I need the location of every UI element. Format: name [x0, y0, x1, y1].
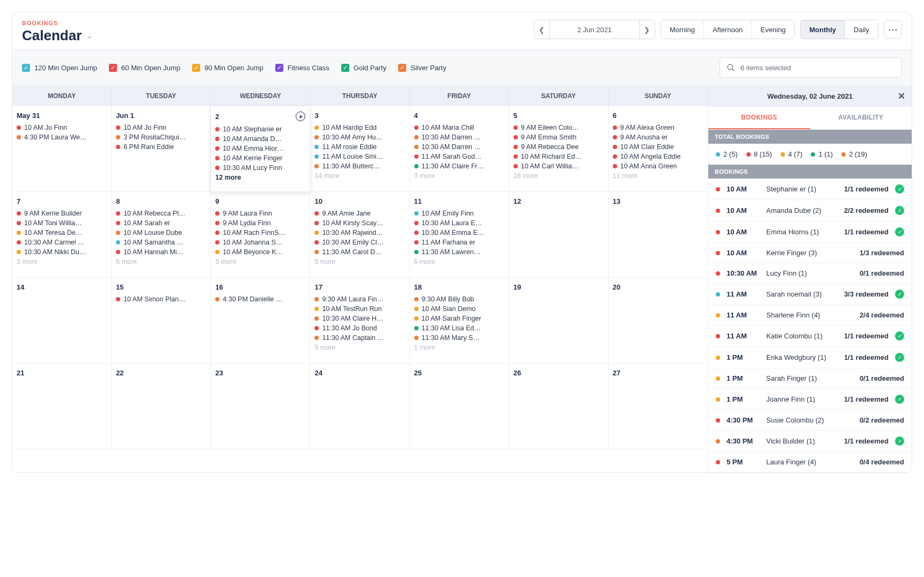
event[interactable]: 9 AM Rebecca Dee — [514, 143, 604, 151]
event[interactable]: 10 AM Kerrie Finger — [215, 154, 305, 162]
event[interactable]: 9 AM Alexa Green — [613, 124, 703, 131]
booking-row[interactable]: 1 PMJoanne Finn (1)1/1 redeemed✓ — [708, 389, 912, 410]
tab-availability[interactable]: AVAILABILITY — [810, 107, 912, 129]
event[interactable]: 10 AM Stephanie er — [215, 125, 305, 133]
booking-row[interactable]: 10 AMEmma Hiorns (1)1/1 redeemed✓ — [708, 221, 912, 243]
event[interactable]: 10 AM Richard Ed… — [514, 153, 604, 160]
event[interactable]: 10 AM Amanda D… — [215, 135, 305, 143]
event[interactable]: 11:30 AM Claire Fr… — [414, 162, 504, 170]
event[interactable]: 10 AM Emily Finn — [414, 210, 504, 217]
event[interactable]: 10 AM Sarah er — [116, 219, 206, 227]
event[interactable]: 9 AM Lydia Finn — [215, 219, 305, 227]
title-dropdown[interactable]: Calendar ⌄ — [22, 27, 92, 44]
close-icon[interactable]: ✕ — [898, 91, 905, 102]
event[interactable]: 10 AM Jo Finn — [17, 124, 107, 131]
event[interactable]: 10:30 AM Emma E… — [414, 229, 504, 236]
event[interactable]: 9 AM Anusha er — [613, 134, 703, 141]
event[interactable]: 11:30 AM Butterc… — [314, 162, 405, 170]
more-link[interactable]: 5 more — [116, 258, 206, 265]
event[interactable]: 11 AM Louise Smi… — [314, 153, 405, 160]
booking-row[interactable]: 10 AMStephanie er (1)1/1 redeemed✓ — [708, 179, 912, 200]
filter-90-min-open-jump[interactable]: ✓90 Min Open Jump — [192, 64, 263, 72]
prev-date-button[interactable]: ❮ — [534, 20, 549, 39]
event[interactable]: 9:30 AM Billy Bob — [414, 295, 504, 303]
more-link[interactable]: 11 more — [613, 172, 703, 180]
event[interactable]: 10:30 AM Carmel … — [17, 239, 107, 246]
calendar-cell[interactable]: 12 — [509, 192, 608, 278]
event[interactable]: 11:30 AM Captain … — [314, 334, 405, 342]
current-date[interactable]: 2 Jun 2021 — [549, 20, 640, 39]
booking-row[interactable]: 10:30 AMLucy Finn (1)0/1 redeemed — [708, 263, 912, 284]
calendar-cell[interactable]: 189:30 AM Billy Bob10 AM Sian Demo10 AM … — [410, 278, 509, 364]
next-date-button[interactable]: ❯ — [640, 20, 655, 39]
booking-row[interactable]: 11 AMSarah noemail (3)3/3 redeemed✓ — [708, 284, 912, 305]
event[interactable]: 10:30 AM Rajwind… — [314, 229, 405, 236]
event[interactable]: 11 AM Sarah God… — [414, 153, 504, 160]
event[interactable]: 10 AM Teresa De… — [17, 229, 107, 236]
event[interactable]: 10 AM Maria Chill — [414, 124, 504, 131]
calendar-cell[interactable]: 79 AM Kerrie Builder10 AM Toni Willia…10… — [12, 192, 112, 278]
more-link[interactable]: 5 more — [215, 258, 305, 265]
event[interactable]: 10:30 AM Amy Hu… — [314, 134, 405, 141]
event[interactable]: 10 AM Anna Green — [613, 162, 703, 170]
event[interactable]: 10 AM Emma Hior… — [215, 145, 305, 152]
filter-120-min-open-jump[interactable]: ✓120 Min Open Jump — [22, 64, 97, 72]
calendar-cell[interactable]: 109 AM Amie Jane10 AM Kirsty Scay…10:30 … — [310, 192, 409, 278]
event[interactable]: 3 PM RositaChiqui… — [116, 134, 206, 141]
event[interactable]: 10:30 AM Emily Cl… — [314, 239, 405, 246]
calendar-cell[interactable]: 2+10 AM Stephanie er10 AM Amanda D…10 AM… — [211, 106, 310, 192]
event[interactable]: 9 AM Amie Jane — [314, 210, 405, 217]
event[interactable]: 10 AM Beyonce K… — [215, 248, 305, 256]
event[interactable]: 11:30 AM Jo Bond — [314, 324, 405, 332]
booking-row[interactable]: 4:30 PMSusie Colombu (2)0/2 redeemed — [708, 410, 912, 431]
view-daily[interactable]: Daily — [845, 20, 878, 39]
event[interactable]: 9 AM Kerrie Builder — [17, 210, 107, 217]
tab-bookings[interactable]: BOOKINGS — [708, 107, 810, 129]
calendar-cell[interactable]: 410 AM Maria Chill10:30 AM Darren …10:30… — [410, 106, 509, 192]
calendar-cell[interactable]: 14 — [12, 278, 112, 364]
calendar-cell[interactable]: 810 AM Rebecca Pl…10 AM Sarah er10 AM Lo… — [112, 192, 211, 278]
event[interactable]: 10 AM Samantha … — [116, 239, 206, 246]
event[interactable]: 10:30 AM Darren … — [414, 143, 504, 151]
tod-morning[interactable]: Morning — [661, 20, 704, 39]
calendar-cell[interactable]: 27 — [608, 364, 708, 449]
event[interactable]: 11 AM rosie Eddie — [314, 143, 405, 151]
more-link[interactable]: 3 more — [414, 172, 504, 180]
event[interactable]: 11:30 AM Lisa Ed… — [414, 324, 504, 332]
calendar-cell[interactable]: Jun 110 AM Jo Finn3 PM RositaChiqui…6 PM… — [112, 106, 211, 192]
event[interactable]: 9 AM Eileen Colo… — [514, 124, 604, 131]
more-link[interactable]: 5 more — [314, 258, 405, 265]
more-link[interactable]: 1 more — [414, 344, 504, 351]
event[interactable]: 10:30 AM Laura E… — [414, 219, 504, 227]
event[interactable]: 4:30 PM Danielle … — [215, 295, 305, 303]
add-icon[interactable]: + — [296, 112, 305, 121]
booking-row[interactable]: 10 AMKerrie Finger (3)1/3 redeemed — [708, 243, 912, 263]
calendar-cell[interactable]: 69 AM Alexa Green9 AM Anusha er10 AM Cla… — [608, 106, 708, 192]
calendar-cell[interactable]: 24 — [310, 364, 409, 449]
event[interactable]: 11:30 AM Carol D… — [314, 248, 405, 256]
booking-row[interactable]: 10 AMAmanda Dube (2)2/2 redeemed✓ — [708, 200, 912, 221]
event[interactable]: 10:30 AM Lucy Finn — [215, 164, 305, 172]
event[interactable]: 11:30 AM Mary S… — [414, 334, 504, 342]
event[interactable]: 10 AM Carl Willia… — [514, 162, 604, 170]
filter-fitness-class[interactable]: ✓Fitness Class — [275, 64, 329, 72]
event[interactable]: 11:30 AM Lawren… — [414, 248, 504, 256]
booking-row[interactable]: 4:30 PMVicki Builder (1)1/1 redeemed✓ — [708, 431, 912, 452]
event[interactable]: 10 AM Simon Plan… — [116, 295, 206, 303]
event[interactable]: 10 AM Jo Finn — [116, 124, 206, 131]
calendar-cell[interactable]: 179:30 AM Laura Fin…10 AM TestRun Run10:… — [310, 278, 409, 364]
event[interactable]: 10 AM Sarah Finger — [414, 315, 504, 322]
booking-row[interactable]: 5 PMLaura Finger (4)0/4 redeemed — [708, 452, 912, 472]
calendar-cell[interactable]: 19 — [509, 278, 608, 364]
event[interactable]: 10 AM Clair Eddie — [613, 143, 703, 151]
filter-60-min-open-jump[interactable]: ✓60 Min Open Jump — [109, 64, 180, 72]
event[interactable]: 11 AM Farhana er — [414, 239, 504, 246]
event[interactable]: 9 AM Emma Smith — [514, 134, 604, 141]
event[interactable]: 10 AM Sian Demo — [414, 305, 504, 313]
booking-row[interactable]: 11 AMKatie Colombu (1)1/1 redeemed✓ — [708, 326, 912, 347]
tod-afternoon[interactable]: Afternoon — [704, 20, 752, 39]
event[interactable]: 10 AM Johanna S… — [215, 239, 305, 246]
view-monthly[interactable]: Monthly — [801, 20, 845, 39]
event[interactable]: 10 AM Rebecca Pl… — [116, 210, 206, 217]
calendar-cell[interactable]: 164:30 PM Danielle … — [211, 278, 310, 364]
